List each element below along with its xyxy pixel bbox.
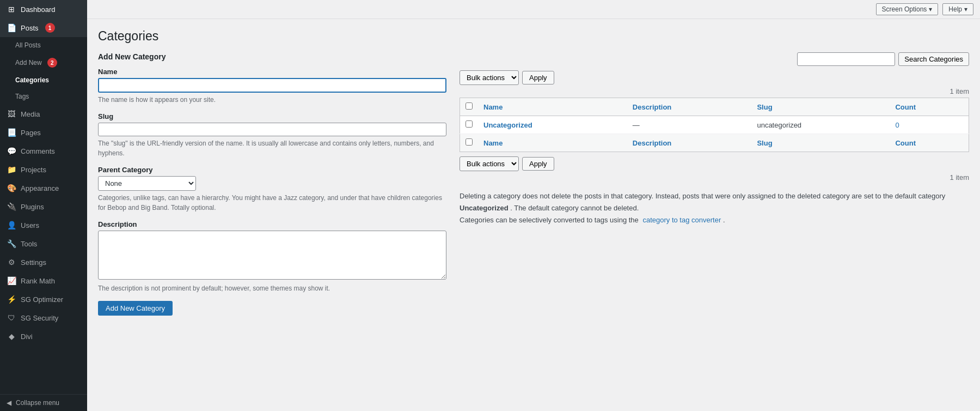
sidebar-item-sg-optimizer[interactable]: ⚡ SG Optimizer [0, 290, 87, 309]
parent-hint: Categories, unlike tags, can have a hier… [98, 193, 446, 213]
description-column-header[interactable]: Description [627, 98, 752, 116]
help-label: Help [948, 5, 962, 13]
topbar: Screen Options ▾ Help ▾ [87, 0, 980, 19]
apply-button-top[interactable]: Apply [522, 71, 554, 84]
slug-footer-header[interactable]: Slug [751, 134, 890, 152]
sidebar-item-label: Add New [15, 59, 42, 67]
sidebar-item-label: Pages [21, 129, 41, 137]
info-block: Deleting a category does not delete the … [460, 190, 969, 226]
name-column-header[interactable]: Name [478, 98, 627, 116]
row-count-link[interactable]: 0 [895, 121, 899, 129]
table-top-bar: Search Categories [460, 52, 969, 66]
category-tag-converter-link[interactable]: category to tag converter [642, 216, 721, 224]
sidebar-item-settings[interactable]: ⚙ Settings [0, 253, 87, 271]
sidebar-item-plugins[interactable]: 🔌 Plugins [0, 197, 87, 216]
slug-column-header[interactable]: Slug [751, 98, 890, 116]
collapse-menu[interactable]: ◀ Collapse menu [0, 394, 87, 411]
sidebar-item-rank-math[interactable]: 📈 Rank Math [0, 271, 87, 290]
sidebar-item-dashboard[interactable]: ⊞ Dashboard [0, 0, 87, 19]
row-description-cell: — [627, 116, 752, 134]
sidebar-item-sg-security[interactable]: 🛡 SG Security [0, 309, 87, 327]
count-column-header[interactable]: Count [890, 98, 969, 116]
count-footer-header[interactable]: Count [890, 134, 969, 152]
page-title: Categories [98, 29, 969, 44]
sidebar-item-appearance[interactable]: 🎨 Appearance [0, 179, 87, 197]
sidebar-item-label: Users [21, 221, 39, 229]
sidebar-item-label: Media [21, 110, 40, 118]
sidebar-item-label: Dashboard [21, 5, 56, 14]
name-footer-header[interactable]: Name [478, 134, 627, 152]
projects-icon: 📁 [7, 165, 16, 174]
categories-table: Name Description Slug Count [460, 98, 969, 152]
sidebar-item-tags[interactable]: Tags [0, 88, 87, 105]
content-area: Categories Add New Category Name The nam… [87, 19, 980, 411]
row-slug-cell: uncategorized [751, 116, 890, 134]
pages-icon: 📃 [7, 128, 16, 137]
slug-hint: The "slug" is the URL-friendly version o… [98, 138, 446, 158]
dashboard-icon: ⊞ [7, 4, 16, 14]
settings-icon: ⚙ [7, 257, 16, 267]
slug-input[interactable] [98, 123, 446, 136]
divi-icon: ◆ [7, 331, 16, 341]
apply-button-bottom[interactable]: Apply [522, 157, 554, 171]
row-checkbox[interactable] [465, 120, 473, 128]
sidebar-item-tools[interactable]: 🔧 Tools [0, 234, 87, 253]
category-name-link[interactable]: Uncategorized [483, 121, 532, 129]
bulk-bar-top: Bulk actions Apply [460, 70, 969, 85]
name-input[interactable] [98, 78, 446, 93]
parent-select-wrap: None [98, 176, 446, 191]
table-row: Uncategorized — uncategorized 0 [460, 116, 969, 134]
main-area: Screen Options ▾ Help ▾ Categories Add N… [87, 0, 980, 411]
sidebar-item-label: Posts [21, 24, 39, 32]
sidebar-item-label: Appearance [21, 184, 59, 192]
add-new-category-button[interactable]: Add New Category [98, 301, 173, 316]
search-area: Search Categories [797, 52, 969, 66]
sidebar-item-all-posts[interactable]: All Posts [0, 37, 87, 53]
sidebar-item-media[interactable]: 🖼 Media [0, 105, 87, 123]
parent-category-form-group: Parent Category None Categories, unlike … [98, 166, 446, 213]
sidebar-item-label: Comments [21, 147, 55, 155]
table-footer-row: Name Description Slug Count [460, 134, 969, 152]
help-button[interactable]: Help ▾ [942, 3, 973, 15]
select-all-checkbox[interactable] [465, 102, 473, 110]
sidebar-item-label: Rank Math [21, 277, 55, 285]
description-textarea[interactable] [98, 231, 446, 280]
plugins-icon: 🔌 [7, 202, 16, 211]
apply-label-top: Apply [529, 74, 547, 82]
description-footer-header[interactable]: Description [627, 134, 752, 152]
sidebar-item-divi[interactable]: ◆ Divi [0, 327, 87, 346]
comments-icon: 💬 [7, 146, 16, 156]
search-categories-button[interactable]: Search Categories [898, 52, 969, 66]
sidebar-item-pages[interactable]: 📃 Pages [0, 123, 87, 142]
sidebar: ⊞ Dashboard 📄 Posts 1 All Posts Add New … [0, 0, 87, 411]
add-new-badge: 2 [47, 58, 57, 68]
sidebar-item-posts[interactable]: 📄 Posts 1 [0, 19, 87, 37]
help-chevron-icon: ▾ [964, 5, 967, 13]
sidebar-item-label: Settings [21, 258, 46, 267]
sidebar-item-projects[interactable]: 📁 Projects [0, 160, 87, 179]
sidebar-item-comments[interactable]: 💬 Comments [0, 142, 87, 160]
tools-icon: 🔧 [7, 239, 16, 249]
sidebar-item-users[interactable]: 👤 Users [0, 216, 87, 234]
sidebar-item-label: SG Optimizer [21, 295, 63, 304]
appearance-icon: 🎨 [7, 183, 16, 193]
apply-label-bottom: Apply [529, 160, 547, 168]
sidebar-item-categories[interactable]: Categories [0, 72, 87, 88]
sidebar-item-add-new[interactable]: Add New 2 [0, 53, 87, 72]
categories-table-section: Name Description Slug Count [460, 98, 969, 152]
slug-form-group: Slug The "slug" is the URL-friendly vers… [98, 112, 446, 158]
sidebar-item-label: SG Security [21, 314, 58, 322]
description-hint: The description is not prominent by defa… [98, 283, 446, 293]
row-checkbox-cell [460, 116, 479, 134]
item-count-top: 1 item [460, 87, 969, 95]
parent-category-select[interactable]: None [98, 176, 196, 191]
search-input[interactable] [797, 52, 895, 66]
checkbox-header [460, 98, 479, 116]
select-all-footer-checkbox[interactable] [465, 138, 473, 146]
sidebar-item-label: Divi [21, 333, 33, 341]
name-label: Name [98, 68, 446, 76]
bulk-actions-select-top[interactable]: Bulk actions [460, 70, 519, 85]
bulk-actions-select-bottom[interactable]: Bulk actions [460, 156, 519, 171]
posts-badge: 1 [45, 23, 55, 33]
screen-options-button[interactable]: Screen Options ▾ [876, 3, 939, 15]
